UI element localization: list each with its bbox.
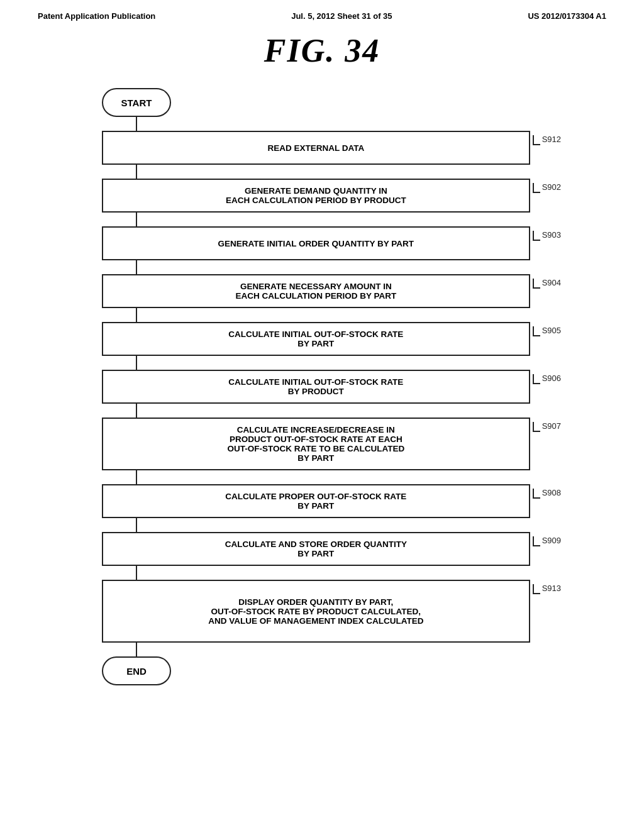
header-middle: Jul. 5, 2012 Sheet 31 of 35: [291, 11, 392, 21]
connector-start: [136, 117, 137, 131]
step-row-s912: READ EXTERNAL DATAS912: [83, 131, 561, 165]
step-label-s909: S909: [530, 532, 561, 546]
step-box-s909: CALCULATE AND STORE ORDER QUANTITY BY PA…: [102, 532, 530, 566]
connector-s905: [136, 356, 137, 370]
connector-s902: [136, 213, 137, 226]
start-oval: START: [102, 88, 171, 117]
steps-container: READ EXTERNAL DATAS912GENERATE DEMAND QU…: [83, 131, 561, 643]
connector-s909: [136, 566, 137, 580]
step-label-s906: S906: [530, 370, 561, 384]
connector-s908: [136, 518, 137, 532]
step-label-s902: S902: [530, 179, 561, 193]
connector-end: [136, 643, 137, 656]
step-box-s905: CALCULATE INITIAL OUT-OF-STOCK RATE BY P…: [102, 322, 530, 356]
step-box-s904: GENERATE NECESSARY AMOUNT IN EACH CALCUL…: [102, 274, 530, 308]
step-box-s913: DISPLAY ORDER QUANTITY BY PART, OUT-OF-S…: [102, 580, 530, 643]
flowchart: START READ EXTERNAL DATAS912GENERATE DEM…: [83, 88, 561, 711]
step-box-s908: CALCULATE PROPER OUT-OF-STOCK RATE BY PA…: [102, 484, 530, 518]
connector-s912: [136, 165, 137, 179]
end-oval: END: [102, 656, 171, 685]
step-label-s903: S903: [530, 226, 561, 241]
step-box-s906: CALCULATE INITIAL OUT-OF-STOCK RATE BY P…: [102, 370, 530, 404]
step-box-s907: CALCULATE INCREASE/DECREASE IN PRODUCT O…: [102, 418, 530, 470]
connector-s903: [136, 260, 137, 274]
connector-s904: [136, 308, 137, 322]
header-right: US 2012/0173304 A1: [528, 11, 606, 21]
step-label-s912: S912: [530, 131, 561, 145]
step-row-s903: GENERATE INITIAL ORDER QUANTITY BY PARTS…: [83, 226, 561, 260]
step-box-s903: GENERATE INITIAL ORDER QUANTITY BY PART: [102, 226, 530, 260]
step-label-s904: S904: [530, 274, 561, 289]
fig-title: FIG. 34: [0, 32, 644, 69]
step-row-s913: DISPLAY ORDER QUANTITY BY PART, OUT-OF-S…: [83, 580, 561, 643]
step-row-s902: GENERATE DEMAND QUANTITY IN EACH CALCULA…: [83, 179, 561, 213]
step-row-s904: GENERATE NECESSARY AMOUNT IN EACH CALCUL…: [83, 274, 561, 308]
step-label-s907: S907: [530, 418, 561, 432]
header-left: Patent Application Publication: [38, 11, 155, 21]
page-header: Patent Application Publication Jul. 5, 2…: [0, 0, 644, 21]
step-row-s905: CALCULATE INITIAL OUT-OF-STOCK RATE BY P…: [83, 322, 561, 356]
connector-s906: [136, 404, 137, 418]
step-row-s907: CALCULATE INCREASE/DECREASE IN PRODUCT O…: [83, 418, 561, 470]
step-label-s908: S908: [530, 484, 561, 499]
step-label-s913: S913: [530, 580, 561, 594]
step-row-s909: CALCULATE AND STORE ORDER QUANTITY BY PA…: [83, 532, 561, 566]
step-box-s912: READ EXTERNAL DATA: [102, 131, 530, 165]
step-label-s905: S905: [530, 322, 561, 336]
step-box-s902: GENERATE DEMAND QUANTITY IN EACH CALCULA…: [102, 179, 530, 213]
step-row-s908: CALCULATE PROPER OUT-OF-STOCK RATE BY PA…: [83, 484, 561, 518]
step-row-s906: CALCULATE INITIAL OUT-OF-STOCK RATE BY P…: [83, 370, 561, 404]
connector-s907: [136, 470, 137, 484]
